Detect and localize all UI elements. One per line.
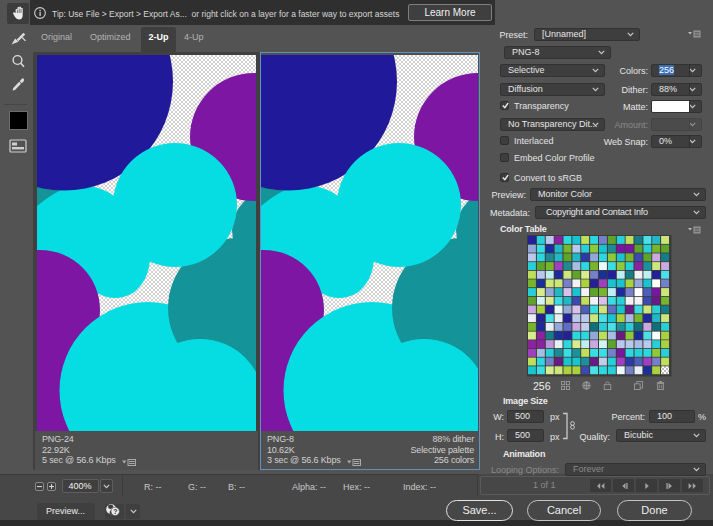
svg-text:?: ? (113, 507, 118, 516)
